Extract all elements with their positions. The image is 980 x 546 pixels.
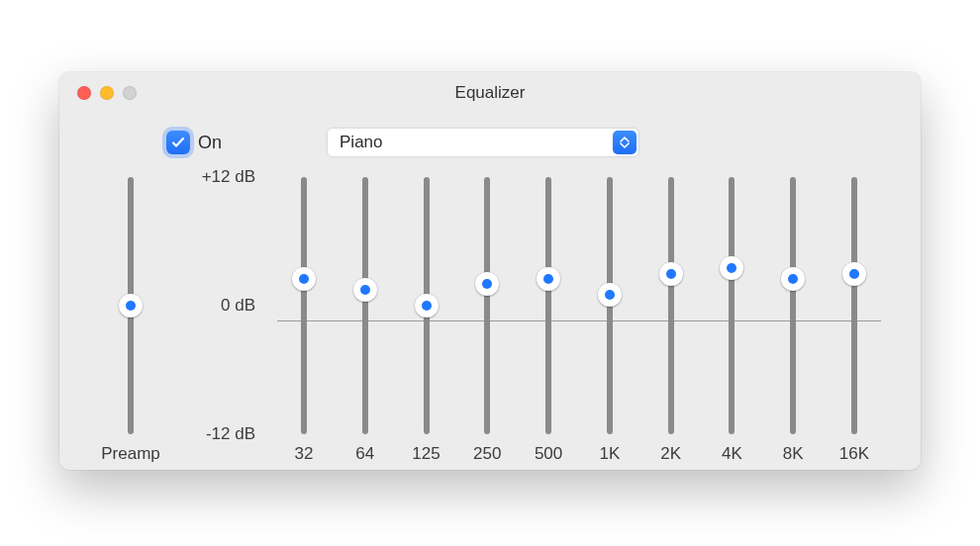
traffic-lights (77, 86, 137, 100)
band-freq-label: 32 (295, 444, 314, 464)
band-freq-label: 64 (355, 444, 374, 464)
preset-value: Piano (328, 133, 382, 152)
controls-row: On Piano (59, 114, 921, 165)
preset-select[interactable]: Piano (327, 128, 639, 157)
band-slider-1K[interactable] (600, 177, 620, 434)
minimize-icon[interactable] (100, 86, 114, 100)
band-column-64: 64 (344, 177, 386, 464)
band-thumb-8K[interactable] (781, 267, 805, 291)
band-slider-125[interactable] (417, 177, 437, 434)
band-slider-2K[interactable] (661, 177, 681, 434)
eq-area: Preamp +12 dB 0 dB -12 dB 32641252505001… (59, 165, 921, 470)
eq-on-checkbox[interactable]: On (166, 131, 222, 154)
band-column-2K: 2K (650, 177, 692, 464)
band-slider-500[interactable] (539, 177, 558, 434)
chevron-up-down-icon (613, 131, 637, 154)
band-slider-8K[interactable] (783, 177, 803, 434)
band-thumb-2K[interactable] (659, 262, 683, 286)
bands-box: 32641252505001K2K4K8K16K (283, 177, 875, 464)
band-thumb-16K[interactable] (842, 262, 866, 286)
preamp-label: Preamp (101, 444, 160, 464)
band-column-250: 250 (466, 177, 508, 464)
band-freq-label: 2K (660, 444, 681, 464)
band-slider-64[interactable] (355, 177, 375, 434)
band-slider-4K[interactable] (722, 177, 741, 434)
band-freq-label: 4K (722, 444, 742, 464)
band-column-32: 32 (283, 177, 325, 464)
band-freq-label: 125 (412, 444, 440, 464)
band-slider-16K[interactable] (844, 177, 864, 434)
band-thumb-1K[interactable] (598, 283, 622, 307)
band-freq-label: 250 (473, 444, 501, 464)
band-column-16K: 16K (833, 177, 875, 464)
band-thumb-500[interactable] (537, 267, 560, 291)
band-slider-32[interactable] (294, 177, 314, 434)
band-freq-label: 500 (535, 444, 562, 464)
scale-mid-label: 0 dB (221, 296, 255, 316)
band-thumb-4K[interactable] (720, 256, 743, 280)
band-freq-label: 8K (783, 444, 804, 464)
band-slider-250[interactable] (477, 177, 497, 434)
zoom-icon[interactable] (123, 86, 137, 100)
band-freq-label: 1K (599, 444, 620, 464)
preamp-thumb[interactable] (119, 294, 143, 318)
close-icon[interactable] (77, 86, 91, 100)
window-title: Equalizer (75, 83, 905, 103)
band-column-125: 125 (406, 177, 447, 464)
band-thumb-32[interactable] (292, 267, 316, 291)
checkmark-icon (166, 131, 190, 154)
preamp-column: Preamp (95, 177, 166, 464)
band-column-1K: 1K (589, 177, 631, 464)
band-thumb-125[interactable] (415, 294, 439, 318)
band-column-500: 500 (528, 177, 569, 464)
scale-min-label: -12 dB (206, 424, 255, 444)
band-column-4K: 4K (711, 177, 752, 464)
band-thumb-64[interactable] (353, 278, 377, 302)
band-thumb-250[interactable] (475, 272, 499, 296)
eq-on-label: On (198, 133, 222, 153)
titlebar[interactable]: Equalizer (59, 72, 921, 114)
band-column-8K: 8K (772, 177, 814, 464)
scale-max-label: +12 dB (202, 167, 255, 187)
band-freq-label: 16K (839, 444, 869, 464)
scale-column: +12 dB 0 dB -12 dB (166, 177, 255, 434)
equalizer-window: Equalizer On Piano Preamp (59, 72, 921, 470)
preamp-slider[interactable] (121, 177, 141, 434)
